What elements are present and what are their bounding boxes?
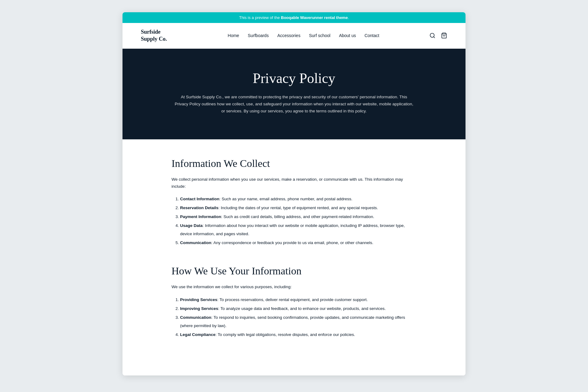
list-item: Providing Services: To process reservati… <box>180 296 417 304</box>
nav-icons <box>429 32 447 39</box>
list-item-desc: : Including the dates of your rental, ty… <box>218 205 378 210</box>
page-title: Privacy Policy <box>141 70 447 86</box>
list-item-desc: : Such as your name, email address, phon… <box>219 197 352 201</box>
list-item-label: Usage Data <box>180 223 203 228</box>
list-item-desc: : To comply with legal obligations, reso… <box>216 332 355 337</box>
section-collect-title: Information We Collect <box>172 158 417 169</box>
list-item-desc: : Information about how you interact wit… <box>180 223 405 236</box>
hero-section: Privacy Policy At Surfside Supply Co., w… <box>123 49 466 139</box>
nav-item-contact[interactable]: Contact <box>364 33 379 38</box>
list-item-desc: : To analyze usage data and feedback, an… <box>218 306 386 311</box>
nav-link-accessories[interactable]: Accessories <box>277 33 300 38</box>
list-item-label: Providing Services <box>180 297 217 302</box>
list-item: Usage Data: Information about how you in… <box>180 221 417 238</box>
brand-logo[interactable]: Surfside Supply Co. <box>141 28 178 43</box>
nav-item-surf-school[interactable]: Surf school <box>309 33 330 38</box>
section-collect: Information We Collect We collect person… <box>172 158 417 247</box>
preview-banner: This is a preview of the Booqable Waveru… <box>123 12 466 23</box>
list-item-label: Improving Services <box>180 306 218 311</box>
list-item-desc: : To process reservations, deliver renta… <box>217 297 368 302</box>
list-item-label: Communication <box>180 315 211 320</box>
nav-link-home[interactable]: Home <box>228 33 239 38</box>
nav-item-accessories[interactable]: Accessories <box>277 33 300 38</box>
nav-item-surfboards[interactable]: Surfboards <box>248 33 269 38</box>
hero-description: At Surfside Supply Co., we are committed… <box>175 94 413 115</box>
list-item-label: Reservation Details <box>180 205 218 210</box>
list-item-desc: : To respond to inquiries, send booking … <box>180 315 405 328</box>
list-item-label: Contact Information <box>180 197 219 201</box>
nav-link-contact[interactable]: Contact <box>364 33 379 38</box>
list-item: Improving Services: To analyze usage dat… <box>180 304 417 313</box>
section-use-intro: We use the information we collect for va… <box>172 284 417 291</box>
browser-window: This is a preview of the Booqable Waveru… <box>123 12 466 375</box>
section-use-list: Providing Services: To process reservati… <box>172 296 417 339</box>
section-collect-list: Contact Information: Such as your name, … <box>172 195 417 247</box>
list-item-label: Communication <box>180 240 211 245</box>
list-item-desc: : Any correspondence or feedback you pro… <box>211 240 373 245</box>
section-use-title: How We Use Your Information <box>172 265 417 277</box>
list-item: Contact Information: Such as your name, … <box>180 195 417 203</box>
search-icon <box>429 32 435 39</box>
list-item: Communication: To respond to inquiries, … <box>180 313 417 330</box>
svg-line-1 <box>434 37 435 38</box>
list-item: Communication: Any correspondence or fee… <box>180 239 417 247</box>
nav-links: Home Surfboards Accessories Surf school … <box>228 33 379 38</box>
list-item-desc: : Such as credit card details, billing a… <box>221 214 374 219</box>
search-button[interactable] <box>429 32 435 39</box>
preview-text-suffix: . <box>348 15 349 20</box>
content-area: Information We Collect We collect person… <box>123 139 466 376</box>
list-item-label: Legal Compliance <box>180 332 216 337</box>
nav-link-about[interactable]: About us <box>339 33 356 38</box>
section-collect-intro: We collect personal information when you… <box>172 176 417 190</box>
nav-item-about[interactable]: About us <box>339 33 356 38</box>
cart-button[interactable] <box>441 32 447 39</box>
navbar: Surfside Supply Co. Home Surfboards Acce… <box>123 23 466 49</box>
list-item-label: Payment Information <box>180 214 221 219</box>
preview-brand-link[interactable]: Booqable Waverunner rental theme <box>281 15 348 20</box>
list-item: Payment Information: Such as credit card… <box>180 213 417 221</box>
list-item: Reservation Details: Including the dates… <box>180 204 417 212</box>
nav-link-surfboards[interactable]: Surfboards <box>248 33 269 38</box>
preview-text-prefix: This is a preview of the <box>239 15 281 20</box>
section-use: How We Use Your Information We use the i… <box>172 265 417 339</box>
nav-item-home[interactable]: Home <box>228 33 239 38</box>
nav-link-surf-school[interactable]: Surf school <box>309 33 330 38</box>
cart-icon <box>441 32 447 39</box>
list-item: Legal Compliance: To comply with legal o… <box>180 330 417 339</box>
